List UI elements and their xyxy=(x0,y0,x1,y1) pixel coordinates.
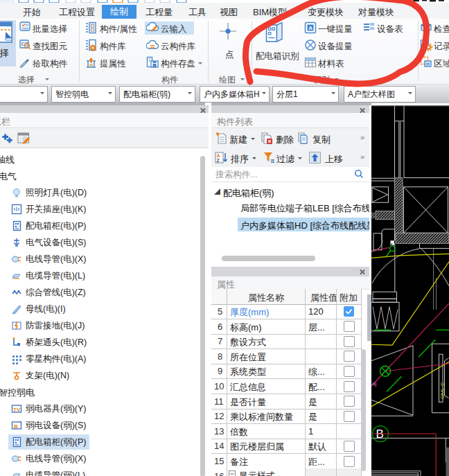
svg-text:B: B xyxy=(376,427,384,441)
svg-text:B: B xyxy=(14,423,18,430)
svg-text:Z: Z xyxy=(217,158,220,163)
svg-text:TV: TV xyxy=(13,407,21,413)
svg-text:aj: aj xyxy=(372,380,376,386)
svg-text:A: A xyxy=(217,153,220,158)
svg-text:GML-C: GML-C xyxy=(439,382,446,399)
